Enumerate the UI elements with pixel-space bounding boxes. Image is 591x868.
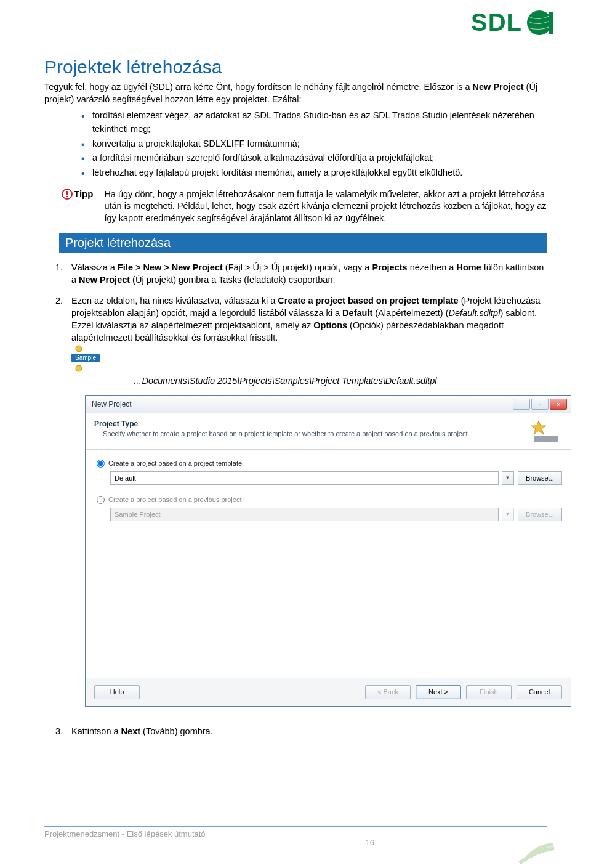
- alert-icon: [62, 189, 73, 200]
- dialog-header: Project Type Specify whether to create a…: [86, 413, 571, 450]
- dropdown-icon[interactable]: ▼: [502, 471, 514, 485]
- svg-rect-2: [550, 12, 552, 34]
- help-button[interactable]: Help: [94, 685, 140, 699]
- new-project-dialog: New Project — ▫ ✕ Project Type Specify w…: [85, 395, 571, 707]
- page-footer: Projektmenedzsment - Első lépések útmuta…: [44, 826, 547, 847]
- logo-globe-icon: [526, 9, 553, 36]
- cancel-button[interactable]: Cancel: [517, 685, 562, 699]
- browse-template-button[interactable]: Browse...: [518, 471, 562, 485]
- numbered-steps-cont: Kattintson a Next (Tovább) gombra.: [65, 725, 547, 737]
- radio-previous[interactable]: Create a project based on a previous pro…: [97, 496, 562, 504]
- list-item: konvertálja a projektfájlokat SDLXLIFF f…: [81, 137, 547, 151]
- minimize-button[interactable]: —: [513, 399, 530, 410]
- svg-rect-6: [66, 196, 68, 197]
- browse-previous-button: Browse...: [518, 508, 562, 521]
- tip-text: Ha úgy dönt, hogy a projekt létrehozásak…: [104, 189, 547, 225]
- radio-previous-input[interactable]: [97, 496, 105, 504]
- footer-text: Projektmenedzsment - Első lépések útmuta…: [44, 829, 206, 838]
- svg-rect-12: [534, 436, 558, 442]
- wizard-star-icon: [530, 420, 562, 444]
- maximize-button[interactable]: ▫: [531, 399, 549, 410]
- svg-rect-1: [549, 12, 550, 34]
- step-1: Válassza a File > New > New Project (Fáj…: [65, 261, 547, 286]
- dialog-step-desc: Specify whether to create a project base…: [94, 430, 530, 437]
- list-item: létrehozhat egy fájlalapú projekt fordít…: [81, 166, 547, 180]
- dialog-body: Create a project based on a project temp…: [86, 450, 571, 678]
- radio-template[interactable]: Create a project based on a project temp…: [97, 460, 562, 468]
- next-button[interactable]: Next >: [416, 685, 461, 699]
- corner-decoration-icon: [518, 842, 555, 864]
- sample-marker-icon: Sample: [71, 345, 100, 372]
- step-2: Ezen az oldalon, ha nincs kiválasztva, v…: [65, 294, 547, 387]
- step-3: Kattintson a Next (Tovább) gombra.: [65, 725, 547, 737]
- template-path: …Documents\Studio 2015\Projects\Samples\…: [133, 375, 437, 387]
- previous-combo: Sample Project: [110, 508, 499, 521]
- page-number: 16: [366, 838, 374, 847]
- template-combo[interactable]: Default: [110, 471, 499, 485]
- svg-text:Sample: Sample: [75, 354, 96, 361]
- logo-text: SDL: [471, 9, 522, 36]
- tip-block: Tipp Ha úgy dönt, hogy a projekt létreho…: [62, 189, 547, 225]
- list-item: fordítási elemzést végez, az adatokat az…: [81, 109, 547, 136]
- svg-point-7: [76, 346, 82, 352]
- svg-point-10: [76, 365, 82, 371]
- svg-rect-5: [66, 191, 68, 195]
- finish-button: Finish: [466, 685, 512, 699]
- numbered-steps: Válassza a File > New > New Project (Fáj…: [65, 261, 547, 387]
- sdl-logo: SDL: [471, 9, 553, 36]
- dropdown-icon: ▼: [502, 508, 514, 521]
- radio-template-input[interactable]: [97, 460, 105, 468]
- dialog-titlebar: New Project — ▫ ✕: [86, 396, 571, 413]
- dialog-step-title: Project Type: [94, 420, 530, 428]
- dialog-title-text: New Project: [92, 400, 513, 408]
- intro-paragraph: Tegyük fel, hogy az ügyfél (SDL) arra ké…: [44, 81, 547, 105]
- list-item: a fordítási memóriában szereplő fordítás…: [81, 152, 547, 165]
- section-header: Projekt létrehozása: [59, 233, 547, 253]
- back-button: < Back: [365, 685, 411, 699]
- page-title: Projektek létrehozása: [44, 57, 547, 78]
- svg-rect-3: [552, 12, 553, 34]
- bullet-list: fordítási elemzést végez, az adatokat az…: [81, 109, 547, 180]
- tip-label: Tipp: [62, 189, 93, 200]
- svg-marker-11: [531, 421, 546, 434]
- dialog-footer: Help < Back Next > Finish Cancel: [86, 678, 571, 706]
- close-button[interactable]: ✕: [550, 399, 567, 410]
